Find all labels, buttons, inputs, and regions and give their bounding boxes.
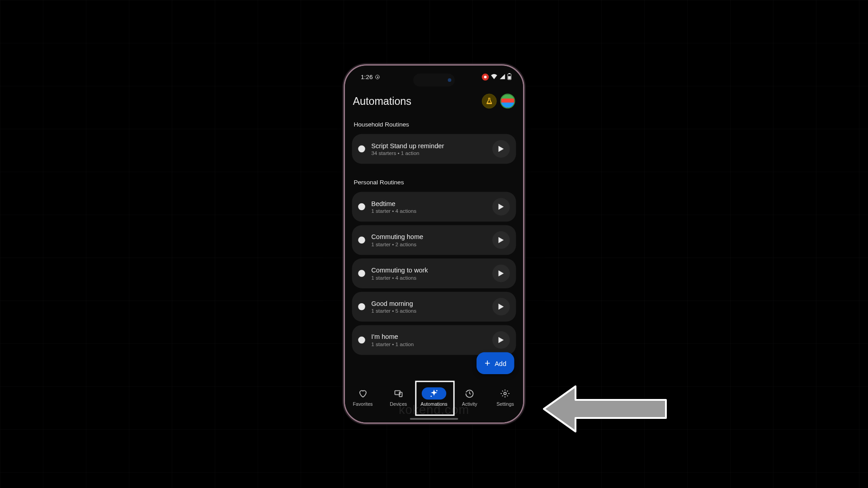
- routine-subtitle: 1 starter • 1 action: [371, 341, 492, 347]
- routine-title: I'm home: [371, 333, 492, 340]
- routine-subtitle: 1 starter • 4 actions: [371, 208, 492, 214]
- add-button[interactable]: + Add: [477, 352, 514, 375]
- side-button: [344, 140, 344, 164]
- nav-settings[interactable]: Settings: [490, 387, 521, 407]
- routine-title: Good morning: [371, 300, 492, 307]
- wifi-icon: [491, 73, 498, 80]
- routine-card[interactable]: Script Stand up reminder 34 starters • 1…: [352, 134, 516, 164]
- play-button[interactable]: [492, 331, 510, 349]
- routine-subtitle: 34 starters • 1 action: [371, 150, 492, 156]
- routine-card[interactable]: Commuting home 1 starter • 2 actions: [352, 225, 516, 255]
- add-button-label: Add: [495, 360, 506, 367]
- routine-subtitle: 1 starter • 2 actions: [371, 241, 492, 248]
- svg-point-7: [430, 396, 432, 397]
- play-button[interactable]: [492, 298, 510, 315]
- record-icon: [375, 75, 380, 80]
- routine-title: Bedtime: [371, 200, 492, 207]
- routine-title: Commuting to work: [371, 266, 492, 273]
- pointer-arrow: [542, 384, 668, 436]
- page-title: Automations: [353, 95, 411, 107]
- play-button[interactable]: [492, 140, 510, 158]
- side-button: [524, 140, 524, 177]
- routine-subtitle: 1 starter • 4 actions: [371, 274, 492, 281]
- svg-point-0: [484, 76, 487, 79]
- routine-subtitle: 1 starter • 5 actions: [371, 308, 492, 314]
- routine-card[interactable]: Commuting to work 1 starter • 4 actions: [352, 258, 516, 288]
- home-indicator: [410, 418, 458, 420]
- routine-dot-icon: [358, 270, 365, 277]
- routine-dot-icon: [358, 203, 365, 211]
- signal-icon: [500, 73, 506, 80]
- notification-icon: [482, 74, 489, 81]
- routine-dot-icon: [358, 145, 365, 153]
- nav-label: Settings: [496, 401, 514, 407]
- gear-icon: [493, 387, 517, 399]
- svg-point-6: [436, 390, 438, 391]
- phone-frame: 1:26 Automations: [344, 64, 524, 423]
- routine-dot-icon: [358, 303, 365, 310]
- devices-icon: [386, 387, 410, 399]
- routine-card[interactable]: Good morning 1 starter • 5 actions: [352, 292, 516, 322]
- avatar[interactable]: [500, 94, 515, 108]
- notch: [413, 74, 455, 87]
- battery-icon: [507, 73, 512, 81]
- play-button[interactable]: [492, 231, 510, 249]
- nav-label: Favorites: [353, 401, 373, 407]
- labs-button[interactable]: [482, 94, 497, 108]
- sparkle-icon: [422, 387, 446, 399]
- svg-rect-3: [509, 73, 510, 74]
- nav-favorites[interactable]: Favorites: [348, 387, 378, 407]
- play-button[interactable]: [492, 198, 510, 216]
- svg-point-8: [504, 392, 506, 394]
- routine-card[interactable]: Bedtime 1 starter • 4 actions: [352, 192, 516, 222]
- routine-dot-icon: [358, 237, 365, 244]
- routine-dot-icon: [358, 337, 365, 344]
- side-button: [344, 118, 344, 131]
- section-title-household: Household Routines: [352, 121, 516, 128]
- status-time: 1:26: [361, 74, 373, 81]
- svg-rect-2: [508, 76, 511, 79]
- section-title-personal: Personal Routines: [352, 178, 516, 186]
- heart-icon: [350, 387, 375, 399]
- routine-title: Commuting home: [371, 233, 492, 240]
- routine-card[interactable]: I'm home 1 starter • 1 action: [352, 325, 516, 355]
- play-button[interactable]: [492, 265, 510, 282]
- routine-title: Script Stand up reminder: [371, 142, 492, 149]
- side-button: [344, 169, 344, 192]
- history-icon: [458, 387, 482, 399]
- watermark: kokend.com: [399, 403, 469, 417]
